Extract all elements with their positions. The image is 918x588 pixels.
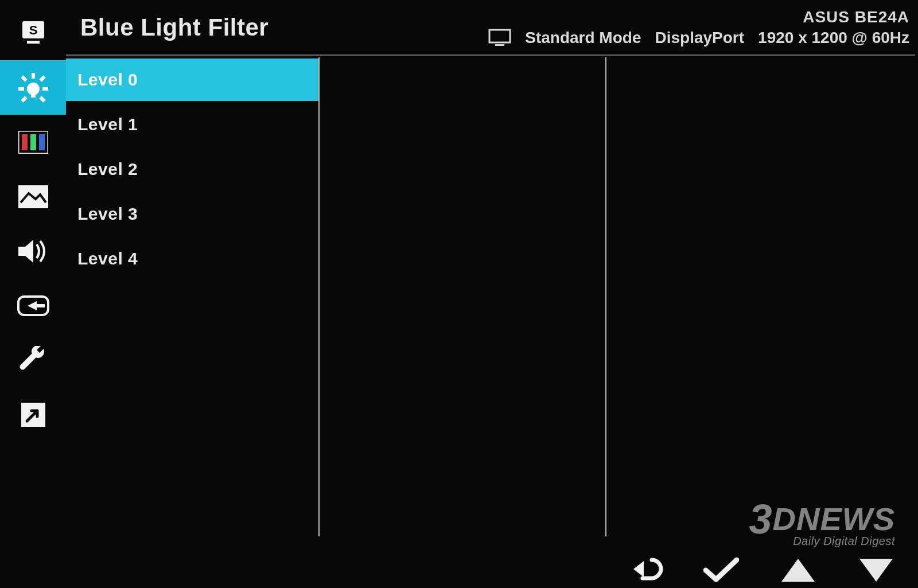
back-button[interactable] <box>631 555 663 585</box>
bulb-icon <box>16 71 50 105</box>
svg-rect-16 <box>30 134 36 150</box>
svg-rect-15 <box>22 134 28 150</box>
svg-rect-8 <box>18 87 24 91</box>
svg-marker-26 <box>859 559 893 582</box>
options-list: Level 0 Level 1 Level 2 Level 3 Level 4 <box>66 57 318 282</box>
check-icon <box>703 556 739 584</box>
back-icon <box>631 555 663 585</box>
monitor-icon <box>488 29 511 47</box>
svg-rect-6 <box>31 94 36 98</box>
svg-rect-22 <box>37 304 45 307</box>
watermark-logo: 3DNEWS Daily Digital Digest <box>749 497 896 548</box>
watermark-3: 3 <box>749 501 773 538</box>
nav-system[interactable] <box>0 333 66 387</box>
input-label: DisplayPort <box>655 29 744 47</box>
option-level-4[interactable]: Level 4 <box>66 237 318 280</box>
svg-point-5 <box>27 83 40 95</box>
svg-marker-25 <box>781 559 815 582</box>
column-divider-2 <box>605 57 606 536</box>
option-label: Level 3 <box>77 204 138 224</box>
nav-shortcut[interactable] <box>0 387 66 442</box>
nav-buttons <box>631 555 895 585</box>
osd-root: Blue Light Filter ASUS BE24A Standard Mo… <box>0 0 918 588</box>
svg-rect-9 <box>42 87 48 91</box>
svg-rect-12 <box>21 96 27 102</box>
image-icon <box>18 185 48 208</box>
shortcut-icon <box>20 402 46 428</box>
option-label: Level 4 <box>77 249 138 268</box>
wrench-icon <box>19 346 48 375</box>
confirm-button[interactable] <box>703 556 739 584</box>
svg-marker-21 <box>28 301 37 310</box>
option-label: Level 2 <box>77 159 138 179</box>
nav-input[interactable] <box>0 278 66 333</box>
svg-rect-13 <box>39 96 45 102</box>
nav-splendid[interactable]: S <box>0 6 66 60</box>
option-level-0[interactable]: Level 0 <box>66 59 318 101</box>
svg-rect-7 <box>32 73 35 79</box>
svg-text:S: S <box>29 23 37 37</box>
page-title: Blue Light Filter <box>80 14 269 41</box>
svg-rect-4 <box>27 41 40 44</box>
svg-marker-19 <box>18 240 33 263</box>
nav-image[interactable] <box>0 169 66 224</box>
osd-header: Blue Light Filter ASUS BE24A Standard Mo… <box>66 0 915 54</box>
nav-blue-light[interactable] <box>0 60 66 115</box>
svg-rect-10 <box>21 75 27 81</box>
splendid-icon: S <box>19 19 48 48</box>
color-bars-icon <box>18 131 48 154</box>
watermark-news: NEWS <box>796 501 895 537</box>
svg-rect-11 <box>39 75 45 81</box>
down-button[interactable] <box>857 556 895 584</box>
header-status: ASUS BE24A Standard Mode DisplayPort 192… <box>488 8 909 47</box>
content-area: Level 0 Level 1 Level 2 Level 3 Level 4 <box>66 57 915 536</box>
svg-rect-1 <box>495 44 504 46</box>
triangle-up-icon <box>779 556 817 584</box>
up-button[interactable] <box>779 556 817 584</box>
watermark-d: D <box>773 501 796 537</box>
svg-rect-17 <box>39 134 45 150</box>
option-label: Level 0 <box>77 70 138 89</box>
option-level-2[interactable]: Level 2 <box>66 148 318 190</box>
triangle-down-icon <box>857 556 895 584</box>
resolution-label: 1920 x 1200 @ 60Hz <box>758 29 909 47</box>
input-icon <box>17 294 49 317</box>
option-level-1[interactable]: Level 1 <box>66 103 318 146</box>
model-label: ASUS BE24A <box>803 8 909 26</box>
column-divider-1 <box>318 57 320 536</box>
options-column: Level 0 Level 1 Level 2 Level 3 Level 4 <box>66 57 318 536</box>
sound-icon <box>17 239 49 264</box>
option-level-3[interactable]: Level 3 <box>66 193 318 235</box>
nav-rail: S <box>0 6 66 505</box>
nav-sound[interactable] <box>0 224 66 278</box>
nav-color[interactable] <box>0 115 66 169</box>
svg-rect-0 <box>489 30 510 42</box>
svg-marker-24 <box>633 561 644 577</box>
option-label: Level 1 <box>77 115 138 134</box>
header-divider <box>66 54 915 56</box>
mode-label: Standard Mode <box>525 29 641 47</box>
status-line: Standard Mode DisplayPort 1920 x 1200 @ … <box>488 29 909 47</box>
